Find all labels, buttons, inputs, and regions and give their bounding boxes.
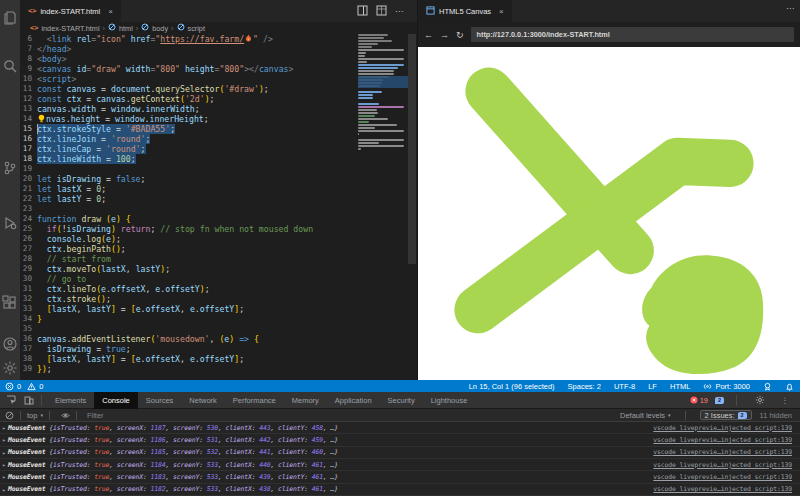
search-icon[interactable] <box>2 58 18 74</box>
tab-close-icon[interactable]: × <box>108 7 113 16</box>
problems-errors[interactable]: 0 <box>5 382 21 391</box>
editor-layout-icon[interactable] <box>376 5 387 18</box>
code-text: </head> <box>37 44 72 54</box>
settings-gear-icon[interactable] <box>2 360 18 376</box>
code-text: if(!isDrawing) return; // stop fn when n… <box>37 224 313 234</box>
console-log-area[interactable]: ▸MouseEvent {isTrusted: true, screenX: 1… <box>0 422 800 496</box>
symbol-icon <box>177 23 185 33</box>
html5-canvas-drawing[interactable] <box>418 47 800 380</box>
default-levels-dropdown[interactable]: Default levels▾ <box>620 411 671 420</box>
devtools-tab-application[interactable]: Application <box>327 392 380 409</box>
devtools-tab-security[interactable]: Security <box>380 392 423 409</box>
line-number: 9 <box>20 64 32 74</box>
console-source-link[interactable]: vscode_liveprevie…injected_script:139 <box>653 436 800 444</box>
preview-more-icon[interactable]: ⋯ <box>786 4 794 13</box>
console-source-link[interactable]: vscode_liveprevie…injected_script:139 <box>653 424 800 432</box>
source-control-icon[interactable] <box>2 160 18 176</box>
line-number: 10 <box>20 74 32 84</box>
breadcrumb-item-script[interactable]: script <box>188 24 205 33</box>
line-number: 29 <box>20 264 32 274</box>
devtools-tab-memory[interactable]: Memory <box>284 392 327 409</box>
indentation[interactable]: Spaces: 2 <box>568 382 601 391</box>
devtools-tab-console[interactable]: Console <box>94 392 138 409</box>
html-file-icon: <> <box>28 7 36 15</box>
minimap[interactable] <box>358 34 408 380</box>
line-number: 6 <box>20 34 32 44</box>
devtools-tab-performance[interactable]: Performance <box>225 392 284 409</box>
url-bar[interactable]: http://127.0.0.1:3000/index-START.html <box>471 27 794 42</box>
console-log-row[interactable]: ▸MouseEvent {isTrusted: true, screenX: 1… <box>0 422 800 434</box>
preview-tab-close-icon[interactable]: × <box>499 7 504 16</box>
issues-chip[interactable]: 2 Issues: 2 <box>700 410 752 420</box>
code-text: let isDrawing = false; <box>37 174 146 184</box>
console-source-link[interactable]: vscode_liveprevie…injected_script:139 <box>653 461 800 469</box>
eol-sequence[interactable]: LF <box>648 382 657 391</box>
issues-badge[interactable]: 2 <box>715 397 724 404</box>
language-mode[interactable]: HTML <box>670 382 690 391</box>
error-circle-icon <box>690 396 698 404</box>
more-actions-icon[interactable]: ⋯ <box>395 7 403 16</box>
notifications-bell-icon[interactable] <box>785 382 794 391</box>
devtools-tab-network[interactable]: Network <box>181 392 225 409</box>
console-log-row[interactable]: ▸MouseEvent {isTrusted: true, screenX: 1… <box>0 434 800 446</box>
breadcrumb[interactable]: <> index-START.html ›html›body›script <box>20 22 417 34</box>
inspect-element-icon[interactable] <box>4 393 18 407</box>
problems-warnings[interactable]: 0 <box>27 382 43 391</box>
breadcrumb-item-html[interactable]: html <box>119 24 133 33</box>
tab-index-start-html[interactable]: <> index-START.html × <box>20 0 121 22</box>
extensions-icon[interactable] <box>2 295 18 311</box>
tab-html5-canvas[interactable]: HTML5 Canvas × <box>418 0 512 22</box>
console-source-link[interactable]: vscode_liveprevie…injected_script:139 <box>653 485 800 493</box>
expand-caret-icon[interactable]: ▸ <box>0 486 8 493</box>
reload-icon[interactable]: ↻ <box>456 30 464 40</box>
console-log-row[interactable]: ▸MouseEvent {isTrusted: true, screenX: 1… <box>0 484 800 496</box>
expand-caret-icon[interactable]: ▸ <box>0 424 8 431</box>
console-error-badge[interactable]: 19 <box>690 396 708 405</box>
clear-console-icon[interactable] <box>5 411 14 420</box>
feedback-icon[interactable] <box>763 382 772 391</box>
minimap-selection <box>358 76 408 88</box>
devtools-tab-elements[interactable]: Elements <box>47 392 94 409</box>
hidden-messages-count[interactable]: 11 hidden <box>760 411 792 420</box>
explorer-icon[interactable] <box>2 10 18 26</box>
run-debug-icon[interactable] <box>2 215 18 231</box>
back-icon[interactable]: ← <box>424 30 433 40</box>
eye-live-expression-icon[interactable] <box>61 411 70 420</box>
console-log-row[interactable]: ▸MouseEvent {isTrusted: true, screenX: 1… <box>0 459 800 471</box>
devtools-tab-sources[interactable]: Sources <box>138 392 182 409</box>
line-number: 38 <box>20 354 32 364</box>
devtools-settings-gear-icon[interactable] <box>753 393 767 407</box>
code-text: canvas.addEventListener('mousedown', (e)… <box>37 334 259 344</box>
code-editor[interactable]: 6 <link rel="icon" href="https://fav.far… <box>20 34 417 380</box>
code-text: const canvas = document.querySelector('#… <box>37 84 269 94</box>
encoding[interactable]: UTF-8 <box>614 382 635 391</box>
expand-caret-icon[interactable]: ▸ <box>0 461 8 468</box>
editor-scrollbar[interactable] <box>408 34 416 264</box>
cursor-position[interactable]: Ln 15, Col 1 (96 selected) <box>469 382 555 391</box>
console-filter-input[interactable]: Filter <box>87 411 104 420</box>
devtools-tab-lighthouse[interactable]: Lighthouse <box>423 392 476 409</box>
expand-caret-icon[interactable]: ▸ <box>0 449 8 456</box>
console-log-row[interactable]: ▸MouseEvent {isTrusted: true, screenX: 1… <box>0 447 800 459</box>
devtools-kebab-menu-icon[interactable]: ⋮ <box>778 393 792 407</box>
console-context-selector[interactable]: top▾ <box>27 411 43 420</box>
breadcrumb-file[interactable]: index-START.html <box>41 24 99 33</box>
accounts-icon[interactable] <box>2 336 18 352</box>
expand-caret-icon[interactable]: ▸ <box>0 436 8 443</box>
line-number: 7 <box>20 44 32 54</box>
live-preview-panel: HTML5 Canvas × ⋯ ← → ↻ http://127.0.0.1:… <box>417 0 800 380</box>
line-number: 37 <box>20 344 32 354</box>
code-text: // go to <box>37 274 86 284</box>
expand-caret-icon[interactable]: ▸ <box>0 473 8 480</box>
code-text: // start from <box>37 254 111 264</box>
split-editor-icon[interactable] <box>357 5 368 18</box>
flame-icon <box>244 34 253 43</box>
console-source-link[interactable]: vscode_liveprevie…injected_script:139 <box>653 448 800 456</box>
code-text: ctx.lineJoin = 'round'; <box>37 134 150 144</box>
breadcrumb-item-body[interactable]: body <box>152 24 168 33</box>
device-toolbar-icon[interactable] <box>22 393 36 407</box>
console-source-link[interactable]: vscode_liveprevie…injected_script:139 <box>653 473 800 481</box>
forward-icon[interactable]: → <box>440 30 449 40</box>
console-log-row[interactable]: ▸MouseEvent {isTrusted: true, screenX: 1… <box>0 471 800 483</box>
live-preview-port[interactable]: Port: 3000 <box>703 382 750 391</box>
